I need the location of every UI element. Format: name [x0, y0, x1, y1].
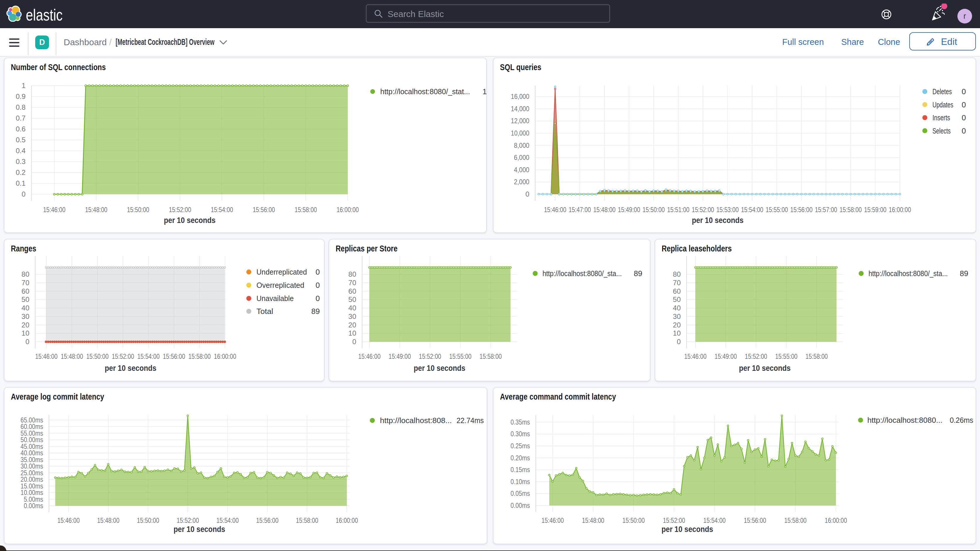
- svg-text:15:58:00: 15:58:00: [784, 516, 807, 524]
- svg-text:Selects: Selects: [932, 126, 951, 135]
- svg-text:15:58:00: 15:58:00: [805, 352, 828, 360]
- svg-text:15:52:00: 15:52:00: [169, 205, 191, 213]
- svg-text:per 10 seconds: per 10 seconds: [692, 216, 743, 225]
- svg-text:0.25ms: 0.25ms: [511, 442, 530, 450]
- svg-text:10: 10: [21, 329, 29, 337]
- svg-text:15:46:00: 15:46:00: [358, 352, 380, 360]
- svg-text:0: 0: [316, 281, 320, 290]
- svg-text:15:52:00: 15:52:00: [112, 352, 134, 360]
- svg-text:15:48:00: 15:48:00: [97, 516, 119, 524]
- svg-text:0.8: 0.8: [16, 103, 25, 111]
- svg-text:15:58:00: 15:58:00: [294, 205, 317, 213]
- svg-text:0.00ms: 0.00ms: [511, 502, 530, 510]
- svg-text:15:55:00: 15:55:00: [775, 352, 797, 360]
- svg-text:15:56:00: 15:56:00: [256, 516, 278, 524]
- svg-text:14,000: 14,000: [511, 105, 529, 113]
- svg-text:70: 70: [21, 279, 29, 287]
- svg-text:15:58:00: 15:58:00: [188, 352, 211, 360]
- svg-text:15:46:00: 15:46:00: [542, 516, 564, 524]
- svg-text:70: 70: [348, 279, 356, 287]
- svg-text:10: 10: [348, 329, 356, 337]
- svg-text:15:48:00: 15:48:00: [582, 516, 604, 524]
- svg-text:15:46:00: 15:46:00: [43, 205, 65, 213]
- svg-text:15:58:00: 15:58:00: [479, 352, 502, 360]
- svg-text:15:57:00: 15:57:00: [815, 205, 837, 213]
- svg-text:30: 30: [348, 312, 356, 320]
- svg-text:16:00:00: 16:00:00: [825, 516, 847, 524]
- svg-text:30: 30: [673, 312, 681, 320]
- svg-text:30: 30: [21, 312, 29, 320]
- svg-text:0: 0: [25, 338, 29, 346]
- svg-text:http://localhost:8080/_stat...: http://localhost:8080/_stat...: [380, 87, 470, 96]
- svg-text:15:55:00: 15:55:00: [765, 205, 788, 213]
- svg-text:15:49:00: 15:49:00: [714, 352, 737, 360]
- svg-text:0: 0: [962, 126, 966, 135]
- svg-text:0: 0: [677, 338, 681, 346]
- svg-text:15:58:00: 15:58:00: [296, 516, 318, 524]
- svg-text:per 10 seconds: per 10 seconds: [662, 525, 713, 534]
- svg-text:15:54:00: 15:54:00: [703, 516, 725, 524]
- svg-text:50: 50: [21, 295, 29, 303]
- svg-text:0: 0: [962, 100, 966, 109]
- svg-text:0.2: 0.2: [16, 169, 25, 176]
- svg-text:0: 0: [962, 113, 966, 122]
- svg-text:per 10 seconds: per 10 seconds: [414, 364, 465, 373]
- svg-text:15:48:00: 15:48:00: [85, 205, 107, 213]
- svg-text:0: 0: [316, 294, 320, 303]
- svg-text:15:51:00: 15:51:00: [667, 205, 689, 213]
- svg-text:Overreplicated: Overreplicated: [256, 281, 304, 290]
- svg-text:0: 0: [962, 87, 966, 96]
- svg-text:per 10 seconds: per 10 seconds: [174, 525, 225, 534]
- svg-text:0: 0: [525, 190, 529, 198]
- svg-text:0.30ms: 0.30ms: [511, 430, 530, 438]
- svg-text:Inserts: Inserts: [932, 113, 950, 122]
- svg-text:0.7: 0.7: [16, 114, 25, 122]
- svg-text:0.35ms: 0.35ms: [511, 418, 530, 426]
- svg-text:50: 50: [348, 295, 356, 303]
- svg-text:15:54:00: 15:54:00: [137, 352, 160, 360]
- svg-text:16:00:00: 16:00:00: [336, 516, 358, 524]
- svg-text:15:47:00: 15:47:00: [569, 205, 591, 213]
- svg-text:per 10 seconds: per 10 seconds: [164, 216, 216, 225]
- svg-text:0: 0: [22, 190, 25, 198]
- svg-text:0: 0: [352, 338, 356, 346]
- svg-text:89: 89: [311, 307, 320, 316]
- svg-text:15:52:00: 15:52:00: [745, 352, 767, 360]
- svg-text:per 10 seconds: per 10 seconds: [105, 364, 156, 373]
- svg-text:70: 70: [673, 279, 681, 287]
- svg-text:http://localhost:8080...: http://localhost:8080...: [867, 416, 942, 425]
- svg-text:0.5: 0.5: [16, 136, 25, 144]
- svg-text:0.1: 0.1: [16, 179, 25, 187]
- svg-text:60: 60: [348, 287, 356, 295]
- svg-text:0.3: 0.3: [16, 158, 25, 166]
- svg-text:0.26ms: 0.26ms: [950, 416, 973, 425]
- svg-text:15:54:00: 15:54:00: [211, 205, 233, 213]
- svg-text:60: 60: [21, 287, 29, 295]
- svg-text:15:53:00: 15:53:00: [716, 205, 739, 213]
- svg-text:1: 1: [22, 81, 25, 89]
- svg-text:Deletes: Deletes: [932, 87, 952, 96]
- svg-text:15:56:00: 15:56:00: [163, 352, 185, 360]
- svg-text:89: 89: [634, 269, 642, 278]
- svg-text:Unavailable: Unavailable: [256, 294, 294, 303]
- svg-text:15:46:00: 15:46:00: [544, 205, 566, 213]
- svg-text:15:52:00: 15:52:00: [177, 516, 199, 524]
- svg-text:15:50:00: 15:50:00: [86, 352, 108, 360]
- svg-text:6,000: 6,000: [514, 153, 530, 161]
- svg-text:80: 80: [673, 270, 681, 278]
- svg-text:89: 89: [960, 269, 968, 278]
- svg-text:15:56:00: 15:56:00: [253, 205, 275, 213]
- svg-text:15:49:00: 15:49:00: [388, 352, 411, 360]
- svg-text:0.9: 0.9: [16, 92, 25, 100]
- svg-text:Underreplicated: Underreplicated: [256, 268, 307, 276]
- svg-text:10: 10: [673, 329, 681, 337]
- svg-text:20: 20: [673, 321, 681, 329]
- svg-text:10,000: 10,000: [511, 129, 529, 137]
- svg-text:16:00:00: 16:00:00: [214, 352, 236, 360]
- svg-text:15:46:00: 15:46:00: [684, 352, 706, 360]
- svg-text:15:59:00: 15:59:00: [864, 205, 886, 213]
- svg-text:80: 80: [21, 270, 29, 278]
- svg-text:15:52:00: 15:52:00: [419, 352, 441, 360]
- svg-text:15:48:00: 15:48:00: [593, 205, 616, 213]
- svg-text:2,000: 2,000: [514, 178, 530, 186]
